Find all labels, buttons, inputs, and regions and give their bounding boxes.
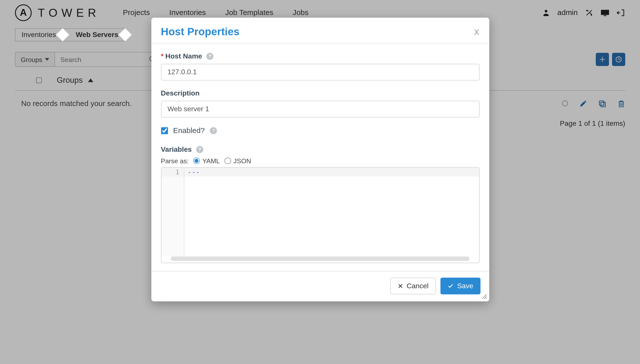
code-content[interactable]: --- (184, 168, 479, 176)
close-button[interactable]: x (474, 26, 480, 38)
resize-grip-icon[interactable] (481, 294, 488, 300)
variables-editor[interactable]: 1 --- (161, 167, 479, 263)
cancel-label: Cancel (407, 282, 429, 290)
host-name-label: Host Name (165, 52, 202, 60)
description-input[interactable] (161, 101, 479, 118)
horizontal-scrollbar[interactable] (171, 256, 469, 261)
description-label: Description (161, 89, 200, 97)
help-icon[interactable]: ? (206, 53, 214, 60)
enabled-checkbox[interactable] (161, 127, 168, 134)
parse-yaml-label: YAML (202, 157, 220, 164)
host-properties-modal: Host Properties x *Host Name ? Descripti… (151, 18, 489, 301)
save-label: Save (457, 282, 473, 290)
enabled-label: Enabled? (173, 126, 205, 135)
parse-json-label: JSON (234, 157, 251, 164)
help-icon[interactable]: ? (210, 127, 217, 134)
help-icon[interactable]: ? (196, 146, 203, 153)
variables-label: Variables (161, 146, 192, 154)
parse-as-label: Parse as: (161, 157, 189, 164)
cancel-button[interactable]: Cancel (390, 278, 436, 294)
save-button[interactable]: Save (440, 278, 480, 294)
parse-json-radio[interactable]: JSON (224, 157, 251, 164)
host-name-input[interactable] (161, 64, 479, 80)
parse-yaml-radio[interactable]: YAML (193, 157, 220, 164)
modal-title: Host Properties (161, 26, 240, 38)
line-number: 1 (161, 168, 184, 176)
